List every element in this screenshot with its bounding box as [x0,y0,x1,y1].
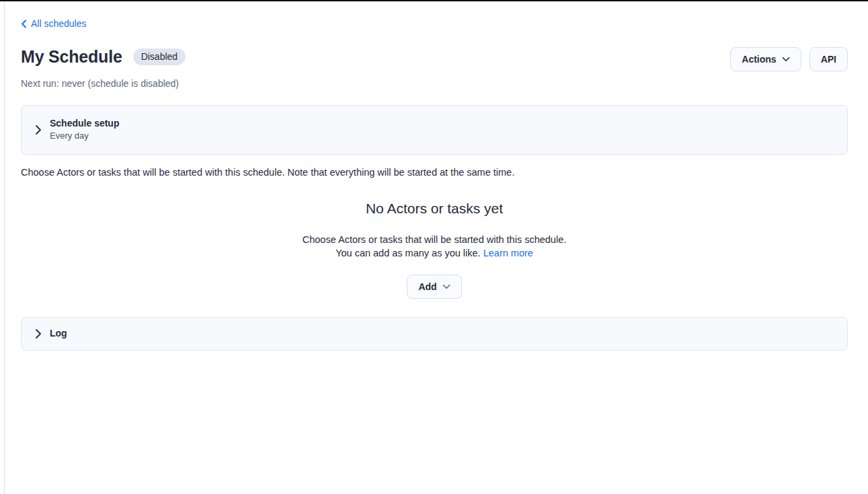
learn-more-link[interactable]: Learn more [483,248,533,258]
actions-button-label: Actions [742,54,776,65]
chevron-right-icon [36,329,41,339]
back-link-label: All schedules [31,18,87,29]
empty-state-title: No Actors or tasks yet [21,201,848,217]
chevron-down-icon [782,57,790,62]
empty-state-line2-text: You can add as many as you like. [336,248,481,258]
empty-state: No Actors or tasks yet Choose Actors or … [21,201,848,299]
chevron-down-icon [442,284,450,289]
empty-state-line2: You can add as many as you like. Learn m… [21,246,848,260]
add-button[interactable]: Add [407,275,461,299]
back-to-all-schedules-link[interactable]: All schedules [21,18,87,29]
schedule-setup-text: Schedule setup Every day [50,117,119,142]
title-group: My Schedule Disabled [21,47,186,67]
page-title: My Schedule [21,47,122,67]
breadcrumb: All schedules [21,1,848,31]
api-button[interactable]: API [810,47,848,71]
schedule-detail-page: All schedules My Schedule Disabled Actio… [0,1,868,351]
log-panel[interactable]: Log [21,317,848,351]
add-button-label: Add [418,281,436,292]
schedule-description: Choose Actors or tasks that will be star… [21,167,848,178]
page-header: My Schedule Disabled Actions API [21,47,848,71]
schedule-setup-title: Schedule setup [50,117,119,129]
log-panel-title: Log [50,327,67,339]
next-run-text: Next run: never (schedule is disabled) [21,78,848,89]
schedule-setup-subtitle: Every day [50,131,119,142]
add-button-wrap: Add [21,275,848,299]
chevron-left-icon [21,20,27,28]
actions-button[interactable]: Actions [730,47,801,71]
chevron-right-icon [36,125,41,135]
status-badge: Disabled [133,48,186,65]
empty-state-line1: Choose Actors or tasks that will be star… [21,233,848,246]
header-buttons: Actions API [730,47,848,71]
schedule-setup-panel[interactable]: Schedule setup Every day [21,105,848,155]
api-button-label: API [821,54,836,65]
